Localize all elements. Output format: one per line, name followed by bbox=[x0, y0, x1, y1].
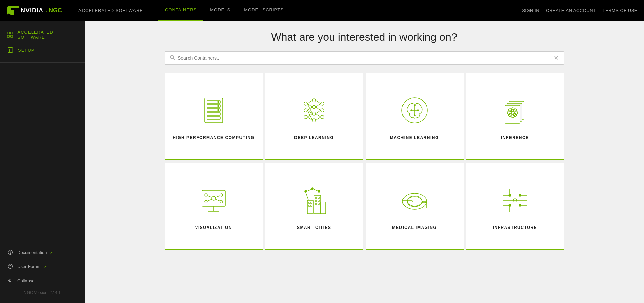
card-hpc[interactable]: HIGH PERFORMANCE COMPUTING bbox=[165, 73, 263, 160]
medical-imaging-icon bbox=[398, 184, 431, 217]
nav-link-model-scripts[interactable]: MODEL SCRIPTS bbox=[237, 0, 290, 21]
smart-cities-icon bbox=[297, 184, 331, 217]
svg-rect-95 bbox=[318, 197, 319, 198]
nav-link-containers[interactable]: CONTAINERS bbox=[158, 0, 203, 21]
svg-line-51 bbox=[307, 114, 312, 117]
svg-line-15 bbox=[173, 58, 175, 60]
svg-rect-103 bbox=[311, 205, 312, 206]
svg-point-129 bbox=[519, 204, 521, 206]
svg-rect-4 bbox=[11, 32, 13, 34]
svg-point-36 bbox=[304, 109, 307, 112]
svg-point-35 bbox=[304, 102, 307, 105]
documentation-label: Documentation bbox=[17, 250, 47, 255]
svg-rect-100 bbox=[309, 202, 310, 203]
hpc-icon bbox=[197, 94, 230, 127]
svg-rect-98 bbox=[315, 203, 317, 204]
svg-rect-7 bbox=[8, 48, 13, 53]
card-medical-imaging-label: MEDICAL IMAGING bbox=[392, 225, 437, 230]
svg-line-107 bbox=[307, 189, 311, 191]
svg-marker-0 bbox=[7, 6, 9, 15]
visualization-icon bbox=[197, 184, 230, 217]
svg-point-33 bbox=[218, 105, 219, 107]
svg-point-127 bbox=[519, 194, 521, 196]
card-medical-imaging[interactable]: MEDICAL IMAGING bbox=[366, 163, 464, 250]
svg-line-56 bbox=[316, 110, 321, 114]
card-machine-learning[interactable]: MACHINE LEARNING bbox=[366, 73, 464, 160]
external-link-icon: ↗ bbox=[50, 251, 53, 254]
svg-point-12 bbox=[10, 253, 10, 254]
card-infrastructure-label: INFRASTRUCTURE bbox=[493, 225, 537, 230]
nav-link-models[interactable]: MODELS bbox=[203, 0, 237, 21]
card-deep-learning-label: DEEP LEARNING bbox=[294, 135, 334, 140]
svg-rect-16 bbox=[205, 98, 223, 123]
card-smart-cities[interactable]: SMART CITIES bbox=[265, 163, 363, 250]
top-navigation: NVIDIA . NGC ACCELERATED SOFTWARE CONTAI… bbox=[0, 0, 644, 21]
cards-grid: HIGH PERFORMANCE COMPUTING bbox=[165, 73, 564, 250]
svg-rect-99 bbox=[318, 203, 319, 204]
nav-links: CONTAINERS MODELS MODEL SCRIPTS bbox=[158, 0, 290, 21]
sidebar-label-setup: SETUP bbox=[18, 48, 34, 53]
sidebar-collapse-button[interactable]: Collapse bbox=[0, 273, 85, 288]
svg-marker-2 bbox=[11, 10, 14, 15]
svg-rect-96 bbox=[315, 200, 317, 201]
grid-icon bbox=[7, 31, 14, 38]
svg-line-45 bbox=[307, 100, 312, 104]
page-title: What are you interested in working on? bbox=[98, 31, 631, 43]
collapse-label: Collapse bbox=[17, 278, 35, 283]
svg-line-90 bbox=[216, 199, 220, 201]
svg-point-44 bbox=[321, 115, 324, 119]
forum-icon bbox=[7, 263, 14, 270]
terms-link[interactable]: TERMS OF USE bbox=[602, 8, 637, 13]
svg-point-39 bbox=[312, 105, 316, 109]
external-link-icon-2: ↗ bbox=[44, 265, 47, 268]
card-infrastructure[interactable]: INFRASTRUCTURE bbox=[466, 163, 564, 250]
svg-point-40 bbox=[312, 112, 316, 115]
svg-point-38 bbox=[312, 99, 316, 102]
nvidia-text: NVIDIA bbox=[21, 7, 43, 14]
svg-point-86 bbox=[220, 200, 223, 203]
svg-rect-102 bbox=[309, 205, 310, 206]
card-visualization-label: VISUALIZATION bbox=[195, 225, 232, 230]
search-icon bbox=[170, 55, 175, 61]
svg-rect-94 bbox=[315, 197, 317, 198]
svg-point-111 bbox=[407, 197, 422, 206]
svg-line-89 bbox=[207, 199, 212, 201]
inference-icon bbox=[498, 94, 532, 127]
svg-line-88 bbox=[216, 196, 220, 197]
card-visualization[interactable]: VISUALIZATION bbox=[165, 163, 263, 250]
sidebar-item-setup[interactable]: SETUP bbox=[0, 43, 85, 57]
sidebar-documentation-link[interactable]: Documentation ↗ bbox=[0, 245, 85, 259]
svg-line-54 bbox=[316, 104, 321, 107]
svg-rect-93 bbox=[321, 202, 326, 214]
search-input[interactable] bbox=[178, 55, 554, 61]
machine-learning-icon bbox=[398, 94, 431, 127]
create-account-link[interactable]: CREATE AN ACCOUNT bbox=[546, 8, 596, 13]
card-inference[interactable]: INFERENCE bbox=[466, 73, 564, 160]
svg-rect-114 bbox=[425, 203, 426, 208]
sign-in-link[interactable]: SIGN IN bbox=[522, 8, 539, 13]
sidebar-user-forum-link[interactable]: User Forum ↗ bbox=[0, 259, 85, 273]
svg-point-14 bbox=[170, 55, 174, 59]
svg-point-63 bbox=[414, 115, 415, 116]
nvidia-logo[interactable]: NVIDIA . NGC bbox=[7, 6, 62, 15]
svg-point-13 bbox=[8, 264, 12, 268]
search-clear-button[interactable]: ✕ bbox=[554, 54, 559, 62]
svg-point-105 bbox=[311, 188, 313, 190]
svg-line-53 bbox=[316, 100, 321, 104]
card-machine-learning-label: MACHINE LEARNING bbox=[390, 135, 439, 140]
nav-subtitle: ACCELERATED SOFTWARE bbox=[78, 8, 143, 13]
card-deep-learning[interactable]: DEEP LEARNING bbox=[265, 73, 363, 160]
svg-rect-79 bbox=[202, 190, 225, 206]
svg-line-108 bbox=[313, 189, 318, 191]
svg-rect-91 bbox=[314, 195, 321, 214]
setup-icon bbox=[7, 46, 14, 54]
sidebar-item-accelerated-software[interactable]: ACCELERATED SOFTWARE bbox=[0, 26, 85, 43]
svg-line-57 bbox=[316, 114, 321, 117]
svg-rect-113 bbox=[422, 201, 427, 203]
svg-point-42 bbox=[321, 102, 324, 105]
collapse-icon bbox=[7, 277, 14, 284]
sidebar-section-main: ACCELERATED SOFTWARE SETUP bbox=[0, 21, 85, 63]
svg-rect-101 bbox=[311, 202, 312, 203]
sidebar-label-accelerated-software: ACCELERATED SOFTWARE bbox=[18, 30, 78, 40]
nvidia-eye-icon bbox=[7, 6, 19, 15]
